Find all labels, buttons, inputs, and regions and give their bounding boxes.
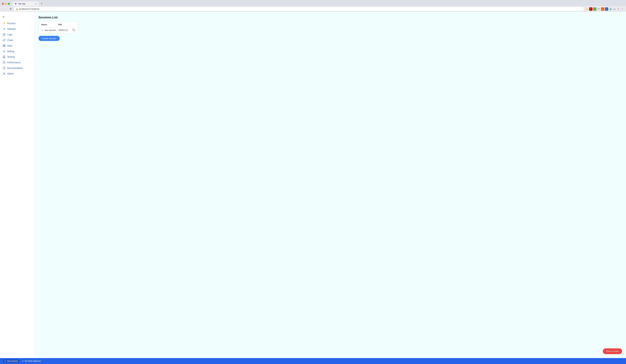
session-name: new session: [44, 29, 59, 31]
ext6-icon[interactable]: 🧩: [609, 7, 612, 11]
svg-rect-4: [3, 45, 4, 45]
bookmark-icon[interactable]: ⭐: [585, 7, 588, 11]
session-pin: 59852111: [59, 29, 73, 31]
sidebar-item-label: Logs: [7, 33, 12, 36]
sidebar-item-label: Data: [7, 44, 12, 47]
col-pin-header: PIN: [58, 23, 75, 26]
app-window: ≡ ⚡ Process Network › L: [0, 12, 626, 358]
row-check-icon: ✓: [41, 29, 43, 32]
sidebar-item-label: Debug: [7, 50, 14, 53]
close-window-button[interactable]: [2, 3, 4, 5]
vite-icon: [14, 3, 17, 5]
sidebar-item-label: Chain: [7, 39, 13, 41]
tab-title: Vite App: [18, 3, 25, 5]
browser-tab-active[interactable]: Vite App ×: [12, 1, 39, 6]
performance-icon: [3, 61, 5, 64]
status-session-label: new session: [7, 360, 18, 362]
node-icon: ✳: [22, 360, 24, 362]
forward-button[interactable]: ›: [5, 7, 7, 11]
debug-icon: [3, 50, 5, 53]
ext5-icon[interactable]: K: [605, 7, 608, 11]
sidebar-item-label: Admin: [7, 72, 14, 75]
logs-icon: [3, 33, 5, 36]
new-tab-button[interactable]: +: [40, 1, 43, 6]
table-row[interactable]: ✓ new session 59852111: [39, 27, 78, 33]
svg-rect-11: [74, 30, 75, 31]
process-icon: ⚡: [3, 22, 5, 25]
sidebar-item-debug[interactable]: Debug: [0, 48, 34, 54]
add-ext-icon[interactable]: +: [617, 7, 620, 11]
sidebar-item-testing[interactable]: Testing: [0, 54, 34, 60]
sidebar-item-admin[interactable]: Admin: [0, 71, 34, 77]
svg-point-10: [4, 73, 4, 74]
sidebar-item-label: Documentation: [7, 67, 23, 69]
sidebar-item-logs[interactable]: Logs: [0, 32, 34, 37]
sidebar-item-documentation[interactable]: Documentation: [0, 65, 34, 71]
chain-icon: [3, 39, 5, 41]
tab-bar: Vite App × +: [0, 0, 626, 6]
security-icon: 🔒: [16, 8, 18, 10]
minimize-window-button[interactable]: [5, 3, 7, 5]
maximize-window-button[interactable]: [8, 3, 10, 5]
svg-rect-7: [4, 46, 5, 47]
status-session-indicator[interactable]: ✦ new session: [3, 359, 19, 363]
status-bar: ✦ new session ✳ No Node Selected: [0, 358, 626, 364]
sidebar-item-network[interactable]: Network ›: [0, 26, 34, 32]
sidebar-item-process[interactable]: ⚡ Process: [0, 21, 34, 26]
sidebar-item-label: Process: [7, 22, 16, 25]
sidebar-item-label: Testing: [7, 56, 14, 58]
sidebar-toggle-button[interactable]: ≡: [0, 14, 34, 20]
back-button[interactable]: ‹: [2, 7, 4, 11]
traffic-lights: [2, 3, 10, 5]
status-node-indicator: ✳ No Node Selected: [22, 360, 40, 362]
svg-point-8: [4, 51, 5, 52]
url-bar[interactable]: 🔒 localhost:5173/admin: [14, 7, 584, 11]
sidebar-item-data[interactable]: Data: [0, 43, 34, 48]
sidebar-item-label: Network: [7, 28, 16, 30]
documentation-icon: [3, 67, 5, 70]
page-title: Sessions List: [39, 16, 622, 19]
browser-chrome: Vite App × + ‹ › ↻ 🔒 localhost:5173/admi…: [0, 0, 626, 12]
more-options-icon[interactable]: ⋮: [621, 7, 624, 11]
main-content: Sessions List Name PIN ✓ new session 598…: [35, 12, 626, 358]
clear-all-data-button[interactable]: Clear all data: [603, 348, 622, 354]
network-icon: [3, 28, 5, 30]
sessions-table: Name PIN ✓ new session 59852111: [39, 22, 78, 33]
sidebar-item-label: Performance: [7, 61, 20, 64]
create-session-button[interactable]: Create Session: [39, 36, 60, 41]
ext2-icon[interactable]: 🐸: [593, 7, 596, 11]
address-bar: ‹ › ↻ 🔒 localhost:5173/admin ⭐ R 🐸 🛡 🦊 K…: [0, 6, 626, 12]
data-icon: [3, 44, 5, 47]
ext4-icon[interactable]: 🦊: [601, 7, 604, 11]
svg-rect-5: [4, 45, 5, 45]
ext3-icon[interactable]: 🛡: [597, 7, 600, 11]
browser-actions: ⭐ R 🐸 🛡 🦊 K 🧩 ▭ + ⋮: [585, 7, 624, 11]
ext1-icon[interactable]: R: [589, 7, 592, 11]
admin-icon: [3, 72, 5, 75]
svg-rect-6: [3, 46, 4, 47]
status-node-label: No Node Selected: [25, 360, 40, 362]
col-name-header: Name: [41, 23, 58, 26]
sidebar-item-chain[interactable]: Chain: [0, 37, 34, 43]
chevron-right-icon: ›: [31, 28, 32, 30]
testing-icon: [3, 55, 5, 58]
url-text: localhost:5173/admin: [19, 8, 39, 10]
copy-icon[interactable]: [73, 29, 75, 32]
sidebar-item-performance[interactable]: Performance: [0, 60, 34, 65]
tab-close-button[interactable]: ×: [36, 2, 37, 5]
table-header: Name PIN: [39, 22, 78, 27]
sidebar-toggle-icon[interactable]: ▭: [613, 7, 616, 11]
session-icon: ✦: [4, 360, 6, 362]
refresh-button[interactable]: ↻: [9, 7, 12, 11]
sidebar: ≡ ⚡ Process Network › L: [0, 12, 35, 358]
